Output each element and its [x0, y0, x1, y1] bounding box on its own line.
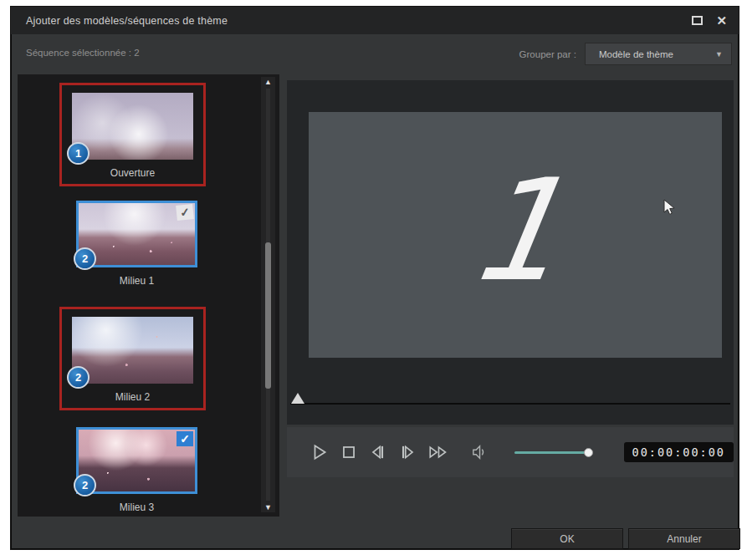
playback-toolbar: 00:00:00:00	[287, 427, 734, 477]
sequence-badge: 2	[74, 474, 96, 496]
next-frame-button[interactable]	[398, 442, 417, 462]
preview-overlay-number: 1	[458, 160, 571, 309]
thumbnail-label: Milieu 3	[120, 501, 154, 513]
seek-bar[interactable]	[290, 403, 730, 405]
scrollbar-thumb[interactable]	[265, 242, 271, 389]
thumbnail-label: Ouverture	[110, 167, 155, 179]
sequence-badge: 1	[67, 142, 90, 165]
thumbnail-milieu-1[interactable]: 2 ✓	[76, 201, 197, 267]
play-button[interactable]	[310, 442, 329, 462]
group-by-control: Grouper par : Modèle de thème ▼	[519, 43, 732, 65]
timecode-display: 00:00:00:00	[624, 442, 734, 462]
scroll-up-icon[interactable]: ▲	[261, 78, 275, 86]
screenshot-canvas: Ajouter des modèles/séquences de thème ✕…	[0, 0, 747, 560]
volume-slider-knob[interactable]	[584, 448, 593, 457]
thumbnail-label: Milieu 1	[120, 275, 154, 287]
seek-marker[interactable]	[291, 393, 304, 404]
maximize-icon[interactable]	[692, 16, 703, 25]
volume-slider[interactable]	[514, 451, 589, 454]
sequence-badge: 2	[74, 247, 96, 270]
list-item-milieu-3[interactable]: 2 ✓ Milieu 3	[76, 427, 197, 513]
preview-panel: 1	[287, 80, 734, 425]
cancel-button[interactable]: Annuler	[628, 528, 740, 549]
check-icon[interactable]: ✓	[177, 431, 193, 446]
previous-frame-button[interactable]	[369, 442, 387, 462]
list-scrollbar[interactable]: ▲ ▼	[261, 77, 275, 512]
ok-button[interactable]: OK	[511, 528, 623, 549]
chevron-down-icon: ▼	[715, 50, 723, 59]
list-item-ouverture[interactable]: 1 Ouverture	[59, 83, 206, 186]
dialog-title: Ajouter des modèles/séquences de thème	[11, 15, 228, 27]
title-bar: Ajouter des modèles/séquences de thème ✕	[11, 7, 739, 34]
dialog-add-theme-templates: Ajouter des modèles/séquences de thème ✕…	[10, 6, 739, 550]
template-list-panel: 1 Ouverture 2 ✓ Milieu 1 2 Milieu 2 2	[18, 74, 279, 517]
sequence-badge: 2	[67, 366, 90, 389]
header-row: Séquence sélectionnée : 2 Grouper par : …	[11, 34, 739, 74]
volume-icon[interactable]	[470, 442, 489, 462]
check-icon[interactable]: ✓	[176, 204, 194, 221]
stop-button[interactable]	[340, 442, 358, 462]
group-by-dropdown[interactable]: Modèle de thème ▼	[585, 43, 732, 65]
close-icon[interactable]: ✕	[716, 14, 727, 27]
thumbnail-ouverture[interactable]: 1	[72, 93, 193, 160]
window-controls: ✕	[692, 7, 727, 34]
list-item-milieu-2[interactable]: 2 Milieu 2	[59, 307, 206, 410]
thumbnail-label: Milieu 2	[115, 391, 150, 403]
group-by-value: Modèle de thème	[599, 49, 673, 59]
mouse-cursor-icon	[662, 199, 677, 216]
fast-forward-button[interactable]	[427, 442, 451, 462]
scroll-down-icon[interactable]: ▼	[261, 503, 275, 512]
thumbnail-milieu-2[interactable]: 2	[72, 317, 193, 384]
list-item-milieu-1[interactable]: 2 ✓ Milieu 1	[76, 201, 197, 287]
group-by-label: Grouper par :	[519, 49, 576, 59]
selection-count-label: Séquence sélectionnée : 2	[26, 48, 140, 58]
thumbnail-milieu-3[interactable]: 2 ✓	[76, 427, 197, 494]
preview-screen: 1	[309, 112, 722, 358]
